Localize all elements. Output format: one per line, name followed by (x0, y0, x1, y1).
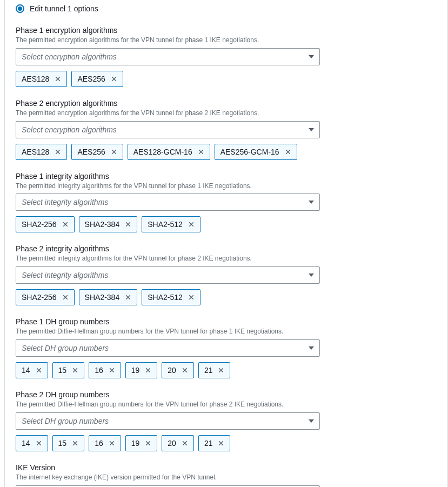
close-icon[interactable] (124, 220, 132, 229)
close-icon[interactable] (187, 220, 196, 229)
token-row: SHA2-256SHA2-384SHA2-512 (16, 216, 437, 232)
close-icon[interactable] (35, 366, 43, 375)
close-icon[interactable] (35, 439, 43, 448)
close-icon[interactable] (144, 366, 152, 375)
token: AES128 (16, 71, 67, 87)
token-row: SHA2-256SHA2-384SHA2-512 (16, 289, 437, 305)
field-desc: The permitted Diffie-Hellman group numbe… (16, 400, 437, 409)
field-desc: The permitted integrity algorithms for t… (16, 254, 437, 263)
close-icon[interactable] (108, 366, 116, 375)
token-label: 19 (131, 366, 140, 375)
close-icon[interactable] (180, 366, 189, 375)
close-icon[interactable] (124, 293, 132, 302)
field-desc: The internet key exchange (IKE) version … (16, 473, 437, 482)
caret-down-icon (309, 273, 314, 277)
field-desc: The permitted integrity algorithms for t… (16, 182, 437, 191)
select-placeholder: Select DH group numbers (22, 417, 109, 425)
field-p2dh: Phase 2 DH group numbersThe permitted Di… (16, 390, 437, 451)
token-label: 20 (168, 439, 176, 448)
select-placeholder: Select encryption algorithms (22, 52, 117, 61)
field-p1dh: Phase 1 DH group numbersThe permitted Di… (16, 317, 437, 378)
close-icon[interactable] (108, 439, 116, 448)
token-label: AES128 (22, 148, 49, 156)
select-placeholder: Select integrity algorithms (22, 271, 108, 279)
token-label: SHA2-256 (22, 293, 57, 302)
token: SHA2-384 (79, 289, 138, 305)
edit-tunnel-1-radio-row[interactable]: Edit tunnel 1 options (16, 4, 437, 13)
token: 15 (52, 435, 85, 451)
field-label: IKE Version (16, 463, 437, 472)
token-row: AES128AES256AES128-GCM-16AES256-GCM-16 (16, 144, 437, 160)
p2int-select[interactable]: Select integrity algorithms (16, 266, 320, 284)
caret-down-icon (309, 346, 314, 350)
token-label: 15 (58, 366, 67, 375)
token-label: 20 (168, 366, 176, 375)
field-label: Phase 2 integrity algorithms (16, 244, 437, 253)
field-p2enc: Phase 2 encryption algorithmsThe permitt… (16, 99, 437, 160)
field-label: Phase 1 encryption algorithms (16, 26, 437, 35)
token: AES256 (71, 144, 123, 160)
caret-down-icon (309, 419, 314, 423)
token: SHA2-512 (142, 289, 200, 305)
close-icon[interactable] (144, 439, 152, 448)
p1dh-select[interactable]: Select DH group numbers (16, 339, 320, 357)
token-label: 21 (204, 366, 213, 375)
token-label: AES256 (77, 148, 105, 156)
close-icon[interactable] (71, 439, 79, 448)
close-icon[interactable] (217, 439, 225, 448)
field-p1int: Phase 1 integrity algorithmsThe permitte… (16, 172, 437, 233)
field-label: Phase 1 DH group numbers (16, 317, 437, 326)
caret-down-icon (309, 128, 314, 131)
token-row: 141516192021 (16, 435, 437, 451)
token: 16 (89, 362, 121, 378)
token: 19 (125, 435, 158, 451)
p2enc-select[interactable]: Select encryption algorithms (16, 121, 320, 138)
token-label: SHA2-512 (148, 220, 183, 229)
token: AES256 (71, 71, 123, 87)
close-icon[interactable] (54, 148, 62, 156)
radio-label: Edit tunnel 1 options (30, 4, 98, 13)
close-icon[interactable] (61, 293, 70, 302)
token-label: AES256-GCM-16 (220, 148, 279, 156)
token: SHA2-256 (16, 289, 75, 305)
close-icon[interactable] (54, 75, 62, 83)
token-label: AES128-GCM-16 (133, 148, 192, 156)
token-label: AES256 (77, 75, 105, 83)
token-label: 14 (22, 366, 30, 375)
token: 15 (52, 362, 85, 378)
close-icon[interactable] (61, 220, 70, 229)
token: AES128-GCM-16 (128, 144, 210, 160)
caret-down-icon (309, 55, 314, 58)
token: 14 (16, 362, 48, 378)
token-label: 19 (131, 439, 140, 448)
close-icon[interactable] (284, 148, 292, 156)
select-placeholder: Select encryption algorithms (22, 125, 117, 134)
token: SHA2-384 (79, 216, 138, 232)
radio-icon (16, 4, 24, 13)
p2dh-select[interactable]: Select DH group numbers (16, 412, 320, 430)
token-label: SHA2-512 (148, 293, 183, 302)
token-label: 21 (204, 439, 213, 448)
close-icon[interactable] (71, 366, 79, 375)
field-p2int: Phase 2 integrity algorithmsThe permitte… (16, 244, 437, 305)
field-desc: The permitted encryption algorithms for … (16, 109, 437, 118)
token-row: 141516192021 (16, 362, 437, 378)
token-label: SHA2-384 (85, 220, 120, 229)
close-icon[interactable] (187, 293, 196, 302)
token: 20 (162, 435, 194, 451)
p1enc-select[interactable]: Select encryption algorithms (16, 48, 320, 65)
token: 21 (198, 435, 231, 451)
token: 14 (16, 435, 48, 451)
close-icon[interactable] (217, 366, 225, 375)
close-icon[interactable] (197, 148, 205, 156)
field-label: Phase 1 integrity algorithms (16, 172, 437, 181)
field-label: Phase 2 encryption algorithms (16, 99, 437, 108)
token-label: AES128 (22, 75, 49, 83)
p1int-select[interactable]: Select integrity algorithms (16, 194, 320, 211)
ike-select[interactable]: Select IKE Version (16, 485, 320, 487)
field-p1enc: Phase 1 encryption algorithmsThe permitt… (16, 26, 437, 87)
close-icon[interactable] (110, 75, 118, 83)
close-icon[interactable] (180, 439, 189, 448)
token-label: 16 (95, 439, 103, 448)
close-icon[interactable] (110, 148, 118, 156)
